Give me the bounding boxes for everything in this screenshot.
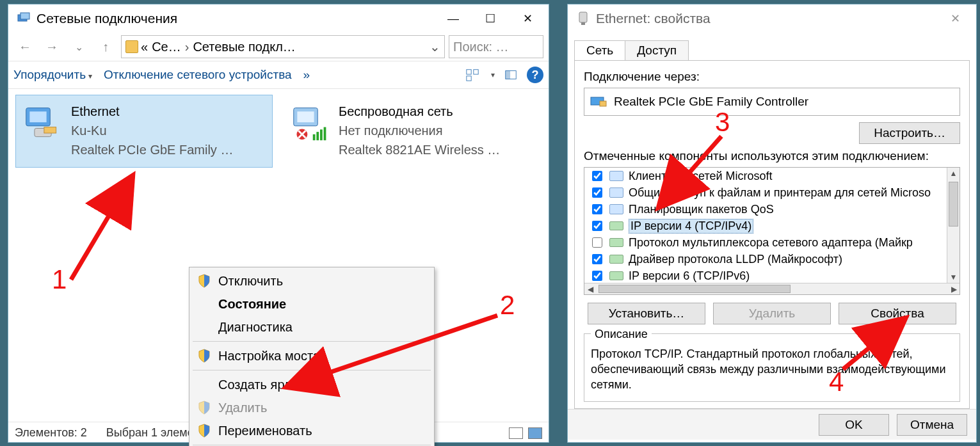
tabs: Сеть Доступ	[574, 40, 970, 60]
connection-device: Realtek PCIe GbE Family …	[71, 140, 266, 159]
component-item[interactable]: Протокол мультиплексора сетевого адаптер…	[584, 234, 960, 251]
shield-icon	[198, 424, 211, 438]
toolbar-overflow[interactable]: »	[303, 68, 310, 82]
view-mode-large-icon[interactable]	[528, 427, 542, 439]
protocol-icon	[609, 271, 623, 280]
component-item[interactable]: IP версии 4 (TCP/IPv4)	[584, 218, 960, 234]
svg-rect-1	[20, 13, 29, 19]
svg-rect-3	[474, 70, 478, 74]
svg-rect-12	[297, 111, 314, 122]
device-name: Realtek PCIe GbE Family Controller	[614, 95, 808, 109]
help-icon[interactable]: ?	[527, 67, 543, 83]
component-item[interactable]: Общий доступ к файлам и принтерам для се…	[584, 184, 960, 201]
address-box[interactable]: « Се… › Сетевые подкл… ⌄	[121, 35, 445, 58]
component-checkbox[interactable]	[592, 171, 602, 181]
tab-network[interactable]: Сеть	[574, 40, 625, 60]
nav-forward-button[interactable]: →	[40, 35, 63, 58]
component-label: IP версии 4 (TCP/IPv4)	[629, 219, 753, 234]
connection-wifi[interactable]: Беспроводная сеть Нет подключения Realte…	[284, 95, 540, 167]
protocol-icon	[609, 221, 623, 230]
vertical-scrollbar[interactable]: ▲▼	[947, 168, 960, 283]
svg-rect-8	[29, 111, 46, 122]
nav-back-button[interactable]: ←	[13, 35, 36, 58]
component-checkbox[interactable]	[592, 237, 602, 248]
ctx-disable[interactable]: Отключить	[191, 269, 432, 292]
connection-device: Realtek 8821AE Wireless …	[339, 140, 533, 159]
configure-button[interactable]: Настроить…	[859, 122, 960, 144]
component-checkbox[interactable]	[592, 271, 602, 281]
component-item[interactable]: Планировщик пакетов QoS	[584, 201, 960, 218]
monitor-icon	[609, 204, 623, 214]
arrow-1-to-ethernet	[65, 177, 141, 286]
connection-name: Беспроводная сеть	[339, 102, 533, 121]
network-connections-window: Сетевые подключения — ☐ ✕ ← → ⌄ ↑ « Се… …	[8, 4, 549, 443]
status-elements: Элементов: 2	[15, 426, 87, 440]
tab-access[interactable]: Доступ	[625, 40, 689, 60]
component-item[interactable]: Клиент для сетей Microsoft	[584, 168, 960, 184]
component-label: IP версии 6 (TCP/IPv6)	[629, 269, 750, 283]
svg-rect-15	[316, 132, 319, 140]
svg-rect-16	[320, 129, 323, 140]
tab-panel: Подключение через: Realtek PCIe GbE Fami…	[574, 60, 970, 409]
view-layout-icon[interactable]	[465, 68, 479, 82]
minimize-button[interactable]: —	[435, 7, 472, 30]
window-title: Ethernet: свойства	[596, 11, 936, 26]
svg-line-24	[664, 136, 721, 202]
nav-history-button[interactable]: ⌄	[67, 35, 90, 58]
connection-ethernet[interactable]: Ethernet Ku-Ku Realtek PCIe GbE Family …	[16, 95, 272, 167]
search-input[interactable]: Поиск: …	[449, 35, 543, 58]
install-button[interactable]: Установить…	[588, 303, 705, 324]
ctx-rename[interactable]: Переименовать	[191, 419, 432, 442]
component-checkbox[interactable]	[592, 254, 602, 264]
ok-button[interactable]: OK	[819, 414, 889, 436]
arrow-2-to-properties	[287, 310, 505, 394]
nav-up-button[interactable]: ↑	[94, 35, 117, 58]
svg-rect-21	[581, 22, 585, 25]
shield-icon	[198, 349, 211, 363]
horizontal-scrollbar[interactable]: ◀▶	[584, 283, 960, 294]
svg-rect-2	[467, 70, 471, 74]
svg-rect-4	[467, 76, 471, 81]
shield-icon	[198, 401, 211, 415]
breadcrumb-current[interactable]: Сетевые подкл…	[193, 40, 295, 54]
breadcrumb-root[interactable]: Се…	[152, 40, 181, 54]
view-details-icon[interactable]	[504, 68, 518, 82]
component-label: Протокол мультиплексора сетевого адаптер…	[629, 236, 913, 250]
svg-rect-20	[579, 12, 587, 22]
connection-status: Ku-Ku	[71, 121, 266, 140]
protocol-icon	[609, 238, 623, 247]
component-checkbox[interactable]	[592, 204, 602, 214]
device-box: Realtek PCIe GbE Family Controller	[584, 88, 960, 116]
ethernet-properties-window: Ethernet: свойства ✕ Сеть Доступ Подключ…	[567, 4, 977, 443]
component-label: Драйвер протокола LLDP (Майкрософт)	[629, 253, 842, 266]
svg-rect-10	[44, 127, 56, 133]
close-button[interactable]: ✕	[936, 7, 974, 30]
titlebar: Ethernet: свойства ✕	[568, 4, 976, 33]
description-legend: Описание	[591, 328, 652, 341]
svg-rect-23	[600, 101, 606, 106]
close-button[interactable]: ✕	[509, 7, 546, 30]
components-label: Отмеченные компоненты используются этим …	[584, 149, 960, 163]
ctx-delete[interactable]: Удалить	[191, 396, 432, 419]
ethernet-adapter-icon	[24, 104, 62, 143]
maximize-button[interactable]: ☐	[472, 7, 509, 30]
cancel-button[interactable]: Отмена	[897, 414, 967, 436]
connection-name: Ethernet	[71, 102, 266, 121]
toolbar: Упорядочить▾ Отключение сетевого устройс…	[8, 61, 549, 89]
svg-line-18	[71, 182, 129, 280]
toolbar-organize[interactable]: Упорядочить▾	[13, 68, 92, 82]
component-item[interactable]: IP версии 6 (TCP/IPv6)	[584, 267, 960, 284]
adapter-icon	[575, 11, 591, 26]
remove-button[interactable]: Удалить	[713, 303, 831, 324]
folder-icon	[125, 40, 138, 53]
arrow-4-to-properties	[837, 318, 907, 376]
component-checkbox[interactable]	[592, 187, 602, 198]
component-checkbox[interactable]	[592, 221, 602, 231]
components-list[interactable]: Клиент для сетей MicrosoftОбщий доступ к…	[584, 167, 960, 295]
view-mode-list-icon[interactable]	[509, 427, 523, 439]
toolbar-disable-device[interactable]: Отключение сетевого устройства	[104, 68, 292, 82]
component-item[interactable]: Драйвер протокола LLDP (Майкрософт)	[584, 251, 960, 267]
monitor-icon	[609, 171, 623, 181]
nic-icon	[590, 95, 607, 109]
wifi-adapter-icon	[291, 104, 330, 143]
